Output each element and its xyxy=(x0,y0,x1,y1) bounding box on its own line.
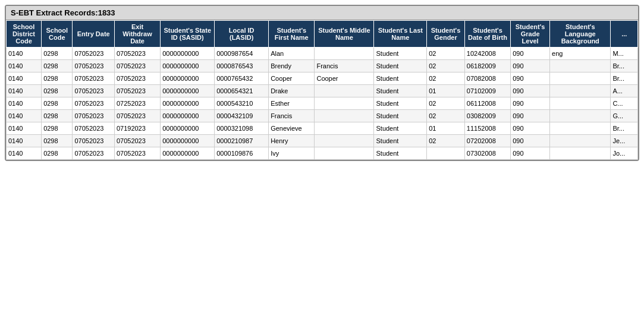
table-cell: 0000000000 xyxy=(161,60,215,72)
table-cell xyxy=(550,147,611,160)
table-cell xyxy=(550,110,611,122)
table-cell: Genevieve xyxy=(269,122,315,135)
table-cell: 02 xyxy=(427,97,465,110)
table-cell: 07052023 xyxy=(73,72,114,85)
table-row: 0140029807052023070520230000000000000043… xyxy=(7,110,638,122)
table-cell: 090 xyxy=(511,48,550,60)
table-cell: 0000000000 xyxy=(161,97,215,110)
table-cell: 06112008 xyxy=(464,97,510,110)
table-cell: 07052023 xyxy=(73,60,114,72)
table-cell: 02 xyxy=(427,48,465,60)
table-cell: 07052023 xyxy=(73,122,114,135)
table-cell: 0140 xyxy=(7,72,42,85)
column-header: Local ID (LASID) xyxy=(215,21,269,48)
table-cell xyxy=(550,72,611,85)
table-cell: Alan xyxy=(269,48,315,60)
table-cell: M... xyxy=(611,48,638,60)
table-cell: 0298 xyxy=(42,135,73,147)
table-cell: Student xyxy=(374,147,427,160)
table-cell: 090 xyxy=(511,85,550,97)
table-cell: 0000000000 xyxy=(161,122,215,135)
column-header: Exit Withdraw Date xyxy=(114,21,160,48)
table-cell: 090 xyxy=(511,72,550,85)
table-cell: Student xyxy=(374,135,427,147)
table-cell: Je... xyxy=(611,135,638,147)
table-cell: 07052023 xyxy=(114,110,160,122)
table-cell: 0140 xyxy=(7,122,42,135)
column-header: Student's Gender xyxy=(427,21,465,48)
table-cell xyxy=(315,135,374,147)
table-cell: Br... xyxy=(611,72,638,85)
table-cell xyxy=(315,110,374,122)
table-cell: 0000000000 xyxy=(161,85,215,97)
table-cell: Student xyxy=(374,110,427,122)
table-cell xyxy=(550,97,611,110)
column-header: Student's First Name xyxy=(269,21,315,48)
table-cell: 02 xyxy=(427,135,465,147)
table-cell: Student xyxy=(374,60,427,72)
title-bar: S-EBT Extract Records:1833 xyxy=(6,6,638,20)
table-cell: Student xyxy=(374,97,427,110)
column-header: School Code xyxy=(42,21,73,48)
table-cell: Br... xyxy=(611,122,638,135)
table-cell: 10242008 xyxy=(464,48,510,60)
table-cell xyxy=(315,48,374,60)
table-cell: C... xyxy=(611,97,638,110)
table-row: 0140029807052023070520230000000000000087… xyxy=(7,60,638,72)
table-cell: 0140 xyxy=(7,85,42,97)
table-cell: 0140 xyxy=(7,147,42,160)
table-header-row: School District CodeSchool CodeEntry Dat… xyxy=(7,21,638,48)
table-cell: 0000000000 xyxy=(161,147,215,160)
table-body: 0140029807052023070520230000000000000098… xyxy=(7,48,638,160)
table-cell: 01 xyxy=(427,122,465,135)
table-cell: 11152008 xyxy=(464,122,510,135)
table-cell: 0140 xyxy=(7,97,42,110)
table-cell: 07052023 xyxy=(114,60,160,72)
table-cell: Brendy xyxy=(269,60,315,72)
page-title: S-EBT Extract Records:1833 xyxy=(11,8,115,17)
table-cell: 0298 xyxy=(42,97,73,110)
table-cell xyxy=(315,85,374,97)
column-header: School District Code xyxy=(7,21,42,48)
table-row: 0140029807052023070520230000000000000098… xyxy=(7,48,638,60)
table-cell: Student xyxy=(374,72,427,85)
table-cell: 07082008 xyxy=(464,72,510,85)
table-cell: 02 xyxy=(427,72,465,85)
table-cell: 07052023 xyxy=(73,97,114,110)
table-cell: 0298 xyxy=(42,48,73,60)
table-cell: 0000765432 xyxy=(215,72,269,85)
table-cell: 0000109876 xyxy=(215,147,269,160)
table-cell: 0140 xyxy=(7,135,42,147)
table-row: 0140029807052023071920230000000000000032… xyxy=(7,122,638,135)
table-cell: 07302008 xyxy=(464,147,510,160)
column-header: Student's Date of Birth xyxy=(464,21,510,48)
table-cell: 0298 xyxy=(42,122,73,135)
table-cell: 0000000000 xyxy=(161,110,215,122)
table-cell: Student xyxy=(374,122,427,135)
table-cell: 0000210987 xyxy=(215,135,269,147)
table-cell xyxy=(427,147,465,160)
table-cell: 0000654321 xyxy=(215,85,269,97)
table-cell: 02 xyxy=(427,60,465,72)
table-cell: 0000000000 xyxy=(161,48,215,60)
table-cell: 07102009 xyxy=(464,85,510,97)
table-cell: Jo... xyxy=(611,147,638,160)
table-row: 0140029807052023070520230000000000000021… xyxy=(7,135,638,147)
table-cell: 07052023 xyxy=(114,72,160,85)
table-cell: Ivy xyxy=(269,147,315,160)
table-cell: Francis xyxy=(269,110,315,122)
table-cell: 0000987654 xyxy=(215,48,269,60)
table-cell: 0000432109 xyxy=(215,110,269,122)
table-cell: 090 xyxy=(511,147,550,160)
table-cell: 0298 xyxy=(42,60,73,72)
table-cell: 090 xyxy=(511,110,550,122)
table-cell xyxy=(315,122,374,135)
table-cell xyxy=(315,147,374,160)
table-cell xyxy=(550,122,611,135)
table-cell: 02 xyxy=(427,110,465,122)
table-cell: 07052023 xyxy=(73,48,114,60)
column-header: Student's Grade Level xyxy=(511,21,550,48)
table-cell: Student xyxy=(374,85,427,97)
table-cell: 03082009 xyxy=(464,110,510,122)
table-cell: 07252023 xyxy=(114,97,160,110)
